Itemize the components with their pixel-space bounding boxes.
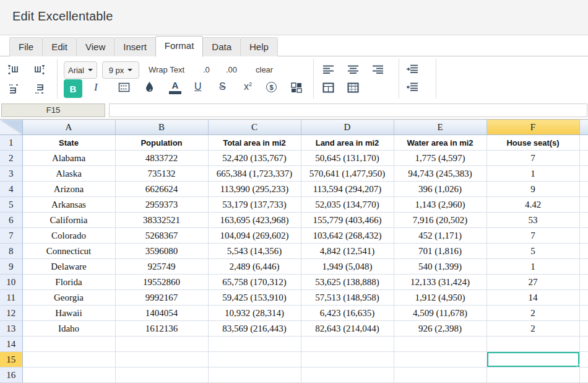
cell-F13[interactable]: 2 <box>486 321 579 337</box>
cell-D6[interactable]: 155,779 (403,466) <box>301 213 394 228</box>
tab-view[interactable]: View <box>76 37 115 57</box>
cell-C2[interactable]: 52,420 (135,767) <box>208 151 301 166</box>
cell-D7[interactable]: 103,642 (268,432) <box>301 228 394 244</box>
row-header-5[interactable]: 5 <box>0 197 22 213</box>
insert-row-before-icon[interactable] <box>7 83 19 95</box>
cell-D2[interactable]: 50,645 (131,170) <box>301 151 394 166</box>
cell-B14[interactable] <box>115 337 208 352</box>
cell-A11[interactable]: Georgia <box>22 290 115 306</box>
cell-partial-10[interactable] <box>579 275 588 290</box>
cell-partial-16[interactable] <box>579 368 588 383</box>
cell-E1[interactable]: Water area in mi2 <box>394 135 486 151</box>
row-header-14[interactable]: 14 <box>0 337 22 352</box>
row-header-6[interactable]: 6 <box>0 213 22 228</box>
cell-B13[interactable]: 1612136 <box>115 321 208 337</box>
cell-E14[interactable] <box>394 337 486 352</box>
cell-D14[interactable] <box>301 337 394 352</box>
cell-F8[interactable]: 5 <box>486 244 579 259</box>
row-header-10[interactable]: 10 <box>0 275 22 290</box>
cell-partial-11[interactable] <box>579 290 588 306</box>
tab-file[interactable]: File <box>9 37 43 57</box>
row-header-1[interactable]: 1 <box>0 135 22 151</box>
cell-C13[interactable]: 83,569 (216,443) <box>208 321 301 337</box>
cell-A12[interactable]: Hawaii <box>22 306 115 321</box>
cell-B8[interactable]: 3596080 <box>115 244 208 259</box>
cell-E7[interactable]: 452 (1,171) <box>394 228 486 244</box>
cell-D5[interactable]: 52,035 (134,770) <box>301 197 394 213</box>
cell-F12[interactable]: 2 <box>486 306 579 321</box>
cell-B5[interactable]: 2959373 <box>115 197 208 213</box>
cell-D8[interactable]: 4,842 (12,541) <box>301 244 394 259</box>
cell-C15[interactable] <box>208 352 301 368</box>
cell-F4[interactable]: 9 <box>486 182 579 197</box>
row-header-12[interactable]: 12 <box>0 306 22 321</box>
strikethrough-button[interactable]: S <box>219 82 226 92</box>
align-left-icon[interactable] <box>322 65 334 74</box>
cell-F6[interactable]: 53 <box>486 213 579 228</box>
cell-reference-box[interactable]: F15 <box>1 103 105 117</box>
cell-C1[interactable]: Total area in mi2 <box>208 135 301 151</box>
cell-B10[interactable]: 19552860 <box>115 275 208 290</box>
row-header-2[interactable]: 2 <box>0 151 22 166</box>
tab-format[interactable]: Format <box>155 36 204 57</box>
cell-E12[interactable]: 4,509 (11,678) <box>394 306 486 321</box>
cell-D9[interactable]: 1,949 (5,048) <box>301 259 394 275</box>
cell-E4[interactable]: 396 (1,026) <box>394 182 486 197</box>
cell-D3[interactable]: 570,641 (1,477,950) <box>301 166 394 182</box>
cell-B11[interactable]: 9992167 <box>115 290 208 306</box>
cell-C6[interactable]: 163,695 (423,968) <box>208 213 301 228</box>
column-header-C[interactable]: C <box>208 120 301 135</box>
cell-partial-7[interactable] <box>579 228 588 244</box>
cell-D12[interactable]: 6,423 (16,635) <box>301 306 394 321</box>
cell-partial-6[interactable] <box>579 213 588 228</box>
cell-C8[interactable]: 5,543 (14,356) <box>208 244 301 259</box>
cell-A13[interactable]: Idaho <box>22 321 115 337</box>
cell-A4[interactable]: Arizona <box>22 182 115 197</box>
merge-cells-icon[interactable] <box>291 82 302 93</box>
cell-partial-13[interactable] <box>579 321 588 337</box>
cell-B7[interactable]: 5268367 <box>115 228 208 244</box>
cell-F9[interactable]: 1 <box>486 259 579 275</box>
cell-B4[interactable]: 6626624 <box>115 182 208 197</box>
cell-partial-14[interactable] <box>579 337 588 352</box>
cell-A7[interactable]: Colorado <box>22 228 115 244</box>
cell-C10[interactable]: 65,758 (170,312) <box>208 275 301 290</box>
font-family-dropdown[interactable]: Arial <box>64 61 97 79</box>
row-header-4[interactable]: 4 <box>0 182 22 197</box>
cell-D10[interactable]: 53,625 (138,888) <box>301 275 394 290</box>
select-all-corner[interactable] <box>0 120 22 135</box>
cell-C14[interactable] <box>208 337 301 352</box>
fill-color-icon[interactable] <box>145 81 154 92</box>
cell-partial-8[interactable] <box>579 244 588 259</box>
decrease-decimal-button[interactable]: .0 <box>203 65 210 74</box>
cell-C16[interactable] <box>208 368 301 383</box>
clear-formatting-button[interactable]: clear <box>256 65 273 74</box>
row-header-8[interactable]: 8 <box>0 244 22 259</box>
insert-row-after-icon[interactable] <box>33 83 45 95</box>
cell-E5[interactable]: 1,143 (2,960) <box>394 197 486 213</box>
italic-button[interactable]: I <box>94 82 98 92</box>
cell-C9[interactable]: 2,489 (6,446) <box>208 259 301 275</box>
cell-E10[interactable]: 12,133 (31,424) <box>394 275 486 290</box>
cell-F16[interactable] <box>486 368 579 383</box>
cell-A5[interactable]: Arkansas <box>22 197 115 213</box>
cell-C12[interactable]: 10,932 (28,314) <box>208 306 301 321</box>
cell-B16[interactable] <box>115 368 208 383</box>
insert-column-after-icon[interactable] <box>33 64 45 76</box>
cell-A1[interactable]: State <box>22 135 115 151</box>
row-header-9[interactable]: 9 <box>0 259 22 275</box>
insert-column-before-icon[interactable] <box>7 64 19 76</box>
formula-input[interactable] <box>109 103 587 117</box>
cell-F5[interactable]: 4.42 <box>486 197 579 213</box>
cell-E13[interactable]: 926 (2,398) <box>394 321 486 337</box>
cell-F1[interactable]: House seat(s) <box>486 135 579 151</box>
cell-D4[interactable]: 113,594 (294,207) <box>301 182 394 197</box>
cell-partial-4[interactable] <box>579 182 588 197</box>
cell-D13[interactable]: 82,643 (214,044) <box>301 321 394 337</box>
cell-E8[interactable]: 701 (1,816) <box>394 244 486 259</box>
cell-A2[interactable]: Alabama <box>22 151 115 166</box>
column-header-E[interactable]: E <box>394 120 486 135</box>
cell-B15[interactable] <box>115 352 208 368</box>
cell-E6[interactable]: 7,916 (20,502) <box>394 213 486 228</box>
column-header-partial[interactable] <box>579 120 588 135</box>
